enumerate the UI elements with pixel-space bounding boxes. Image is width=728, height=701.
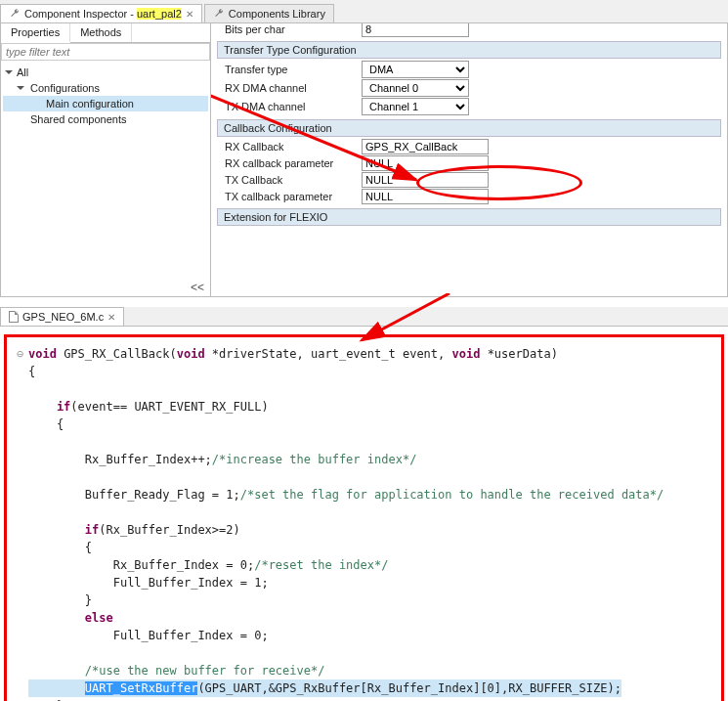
tab-label: GPS_NEO_6M.c xyxy=(22,311,104,323)
rx-callback-input[interactable] xyxy=(362,139,489,154)
inspector-pane: Properties Methods All Configurations Ma… xyxy=(0,23,728,297)
config-tree: All Configurations Main configuration Sh… xyxy=(1,61,210,174)
caret-down-icon xyxy=(5,68,13,76)
subtabs: Properties Methods xyxy=(1,23,210,43)
properties-panel: Bits per char Transfer Type Configuratio… xyxy=(211,23,727,296)
section-flexio: Extension for FLEXIO xyxy=(217,208,721,226)
field-label: RX DMA channel xyxy=(225,82,362,94)
file-icon xyxy=(9,311,19,323)
wrench-icon xyxy=(213,8,225,20)
close-icon[interactable]: ✕ xyxy=(107,312,115,323)
inspector-left-pane: Properties Methods All Configurations Ma… xyxy=(1,23,211,296)
tx-callback-input[interactable] xyxy=(362,172,489,188)
field-label: Transfer type xyxy=(225,64,362,75)
tab-label: Components Library xyxy=(229,8,325,20)
field-label: TX DMA channel xyxy=(225,101,362,112)
code-tabbar: GPS_NEO_6M.c ✕ xyxy=(0,307,728,327)
rx-dma-select[interactable]: Channel 0 xyxy=(362,79,469,97)
tree-all[interactable]: All xyxy=(3,65,208,80)
tx-callback-param-input[interactable] xyxy=(362,189,489,204)
tab-label: Component Inspector - uart_pal2 xyxy=(24,8,182,20)
field-label: RX callback parameter xyxy=(225,157,362,169)
section-callback: Callback Configuration xyxy=(217,119,721,137)
close-icon[interactable]: ✕ xyxy=(186,9,193,20)
tx-dma-select[interactable]: Channel 1 xyxy=(362,98,469,115)
bits-per-char-input[interactable] xyxy=(362,23,469,37)
caret-down-icon xyxy=(17,84,24,92)
rx-callback-param-input[interactable] xyxy=(362,155,489,171)
wrench-icon xyxy=(9,8,21,20)
tab-component-inspector[interactable]: Component Inspector - uart_pal2 ✕ xyxy=(0,4,202,22)
tab-components-library[interactable]: Components Library xyxy=(204,4,334,22)
filter-input[interactable] xyxy=(1,43,210,61)
transfer-type-select[interactable]: DMA xyxy=(362,61,469,78)
code-editor[interactable]: ⊖void GPS_RX_CallBack(void *driverState,… xyxy=(4,334,724,701)
field-label: TX Callback xyxy=(225,174,362,186)
tree-configurations[interactable]: Configurations xyxy=(3,80,208,96)
subtab-methods[interactable]: Methods xyxy=(70,23,132,42)
tree-shared-components[interactable]: Shared components xyxy=(3,111,208,127)
editor-tabbar: Component Inspector - uart_pal2 ✕ Compon… xyxy=(0,0,728,23)
subtab-properties[interactable]: Properties xyxy=(1,23,70,43)
field-label: RX Callback xyxy=(225,141,362,153)
section-transfer: Transfer Type Configuration xyxy=(217,41,721,59)
tab-code-file[interactable]: GPS_NEO_6M.c ✕ xyxy=(0,307,124,326)
collapse-button[interactable]: << xyxy=(1,279,210,296)
field-label: TX callback parameter xyxy=(225,191,362,202)
field-label: Bits per char xyxy=(225,23,362,35)
tree-main-configuration[interactable]: Main configuration xyxy=(3,96,208,111)
